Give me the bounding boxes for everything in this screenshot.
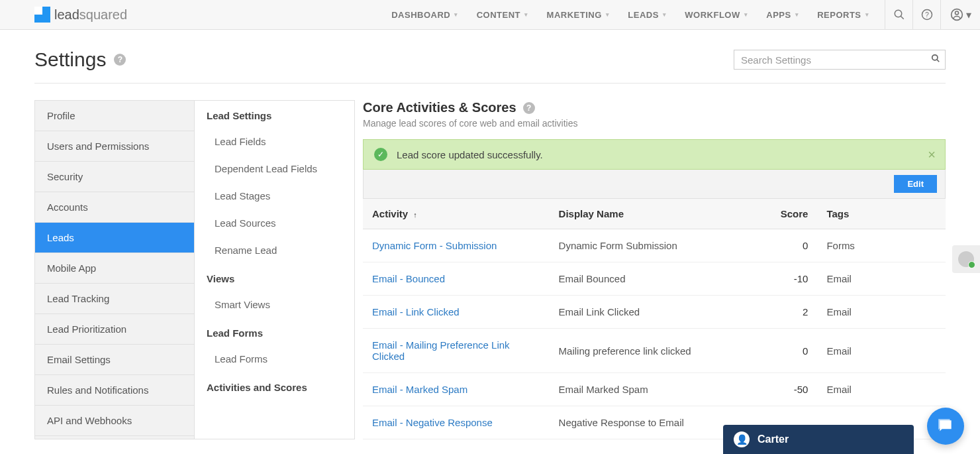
settings-sidebar-primary: ProfileUsers and PermissionsSecurityAcco… <box>34 100 195 439</box>
sidebar-item-security[interactable]: Security <box>35 162 194 192</box>
check-icon: ✓ <box>374 148 387 161</box>
presence-widget[interactable] <box>952 245 980 273</box>
activity-link[interactable]: Dynamic Form - Submission <box>372 240 497 251</box>
cell-display: Dynamic Form Submission <box>550 229 736 262</box>
sidebar-item-accounts[interactable]: Accounts <box>35 192 194 223</box>
nav-label: DASHBOARD <box>391 10 450 20</box>
presence-avatar-icon <box>958 251 974 267</box>
sidebar-item-rules-and-notifications[interactable]: Rules and Notifications <box>35 375 194 406</box>
nav-label: MARKETING <box>547 10 602 20</box>
activity-link[interactable]: Email - Mailing Preference Link Clicked <box>372 339 510 362</box>
logo[interactable]: leadsquared <box>34 7 127 23</box>
col-display[interactable]: Display Name <box>550 199 736 229</box>
activity-link[interactable]: Email - Negative Response <box>372 417 493 428</box>
activity-link[interactable]: Email - Marked Spam <box>372 384 467 395</box>
chat-name: Carter <box>758 433 789 439</box>
section-help-icon[interactable]: ? <box>523 102 535 114</box>
help-icon[interactable]: ? <box>912 0 940 30</box>
cell-activity: Email - Link Clicked <box>363 296 550 329</box>
search-settings <box>734 50 946 70</box>
search-icon[interactable] <box>885 0 912 30</box>
cell-score: 0 <box>736 329 817 373</box>
col-score[interactable]: Score <box>736 199 817 229</box>
sidebar-item-leads[interactable]: Leads <box>35 223 194 253</box>
table-row: Email - Mailing Preference Link ClickedM… <box>363 329 946 373</box>
activity-link[interactable]: Email - Bounced <box>372 273 445 284</box>
page-title: Settings <box>34 48 106 71</box>
chevron-down-icon: ▾ <box>966 9 971 21</box>
chevron-down-icon: ▾ <box>744 11 748 18</box>
main-subtitle: Manage lead scores of core web and email… <box>363 118 946 129</box>
sidebar-subitem-lead-forms[interactable]: Lead Forms <box>195 345 354 372</box>
nav-label: WORKFLOW <box>685 10 740 20</box>
page-title-wrap: Settings ? <box>34 48 126 71</box>
cell-tags: Email <box>817 373 946 406</box>
sidebar-item-lead-prioritization[interactable]: Lead Prioritization <box>35 314 194 345</box>
chevron-down-icon: ▾ <box>524 11 528 18</box>
activities-table: Activity ↑ Display Name Score Tags Dynam… <box>363 199 946 439</box>
search-settings-input[interactable] <box>734 50 946 70</box>
chat-fab[interactable] <box>927 408 964 439</box>
main-nav: DASHBOARD▾CONTENT▾MARKETING▾LEADS▾WORKFL… <box>382 0 878 30</box>
search-icon[interactable] <box>931 54 940 66</box>
edit-button[interactable]: Edit <box>894 175 937 193</box>
sidebar-subitem-lead-stages[interactable]: Lead Stages <box>195 182 354 209</box>
chevron-down-icon: ▾ <box>454 11 458 18</box>
top-navigation: leadsquared DASHBOARD▾CONTENT▾MARKETING▾… <box>0 0 980 30</box>
sidebar-item-lead-tracking[interactable]: Lead Tracking <box>35 284 194 314</box>
nav-label: CONTENT <box>477 10 520 20</box>
cell-display: Mailing preference link clicked <box>550 329 736 373</box>
sidebar-item-email-settings[interactable]: Email Settings <box>35 345 194 375</box>
nav-item-leads[interactable]: LEADS▾ <box>618 0 675 30</box>
sort-asc-icon: ↑ <box>413 211 417 219</box>
sidebar-item-users-and-permissions[interactable]: Users and Permissions <box>35 131 194 162</box>
cell-activity: Dynamic Form - Submission <box>363 229 550 262</box>
sidebar-heading: Lead Forms <box>195 318 354 345</box>
chevron-down-icon: ▾ <box>865 11 869 18</box>
cell-display: Email Marked Spam <box>550 373 736 406</box>
sidebar-heading: Views <box>195 264 354 291</box>
sidebar-item-profile[interactable]: Profile <box>35 101 194 131</box>
sidebar-subitem-lead-sources[interactable]: Lead Sources <box>195 209 354 237</box>
user-menu[interactable]: ▾ <box>940 0 980 30</box>
chat-avatar: 👤 <box>734 431 750 439</box>
page-header: Settings ? <box>34 48 946 84</box>
main-title: Core Activities & Scores <box>363 100 516 115</box>
nav-item-dashboard[interactable]: DASHBOARD▾ <box>382 0 467 30</box>
nav-item-apps[interactable]: APPS▾ <box>757 0 808 30</box>
chat-bar[interactable]: 👤 Carter <box>723 425 914 439</box>
nav-label: REPORTS <box>817 10 861 20</box>
cell-display: Negative Response to Email <box>550 406 736 439</box>
nav-item-workflow[interactable]: WORKFLOW▾ <box>675 0 757 30</box>
svg-point-5 <box>955 11 958 15</box>
cell-tags: Email <box>817 262 946 296</box>
sidebar-item-mobile-app[interactable]: Mobile App <box>35 253 194 284</box>
col-activity[interactable]: Activity ↑ <box>363 199 550 229</box>
chevron-down-icon: ▾ <box>795 11 799 18</box>
cell-score: 2 <box>736 296 817 329</box>
svg-point-0 <box>895 10 902 17</box>
table-row: Email - Link ClickedEmail Link Clicked2E… <box>363 296 946 329</box>
cell-tags: Email <box>817 329 946 373</box>
sidebar-item-api-and-webhooks[interactable]: API and Webhooks <box>35 406 194 436</box>
page-container: Settings ? ProfileUsers and PermissionsS… <box>0 30 980 439</box>
close-icon[interactable]: × <box>928 147 936 162</box>
col-tags[interactable]: Tags <box>817 199 946 229</box>
sidebar-subitem-lead-fields[interactable]: Lead Fields <box>195 128 354 155</box>
nav-item-content[interactable]: CONTENT▾ <box>467 0 538 30</box>
sidebar-subitem-smart-views[interactable]: Smart Views <box>195 291 354 318</box>
settings-sidebar-secondary: Lead SettingsLead FieldsDependent Lead F… <box>195 100 355 439</box>
logo-text: leadsquared <box>54 7 127 23</box>
nav-label: LEADS <box>628 10 659 20</box>
activity-link[interactable]: Email - Link Clicked <box>372 306 460 317</box>
sidebar-subitem-rename-lead[interactable]: Rename Lead <box>195 237 354 264</box>
page-help-icon[interactable]: ? <box>114 54 126 66</box>
logo-icon <box>34 7 50 23</box>
nav-item-reports[interactable]: REPORTS▾ <box>808 0 878 30</box>
table-toolbar: Edit <box>363 170 946 199</box>
nav-item-marketing[interactable]: MARKETING▾ <box>538 0 619 30</box>
success-alert: ✓ Lead score updated successfully. × <box>363 139 946 170</box>
cell-activity: Email - Marked Spam <box>363 373 550 406</box>
sidebar-subitem-dependent-lead-fields[interactable]: Dependent Lead Fields <box>195 155 354 182</box>
cell-score: 0 <box>736 229 817 262</box>
